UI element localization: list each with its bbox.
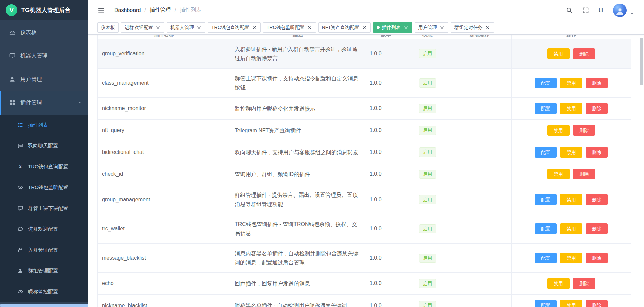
plugin-version-cell: 1.0.0 [365,214,407,244]
disable-button[interactable]: 禁用 [560,147,582,158]
tab-user-management[interactable]: 用户管理 [415,22,448,33]
delete-button[interactable]: 删除 [586,194,608,205]
plugin-desc-cell: 双向聊天插件，支持用户与客服群组之间的消息转发 [230,141,365,163]
configure-button[interactable]: 配置 [535,147,557,158]
sidebar-item-plugin-management[interactable]: 插件管理 [0,91,88,115]
plugin-order-cell [448,273,512,295]
disable-button[interactable]: 禁用 [560,103,582,114]
plugin-actions-cell: 禁用删除 [512,39,631,69]
plugin-actions-cell: 配置禁用删除 [512,69,631,98]
plugin-desc-cell: TRC钱包查询插件 - 查询TRON钱包余额、授权、交易信息 [230,214,365,244]
close-icon[interactable] [362,25,367,30]
disable-button[interactable]: 禁用 [560,253,582,263]
delete-button[interactable]: 删除 [586,300,608,307]
user-menu[interactable] [613,4,634,17]
app-logo[interactable]: V TG机器人管理后台 [0,0,88,20]
page-scrollbar-thumb[interactable] [640,38,643,85]
delete-button[interactable]: 删除 [586,103,608,114]
tab-label: TRC钱包查询配置 [211,25,249,31]
tab-trc-wallet-monitor-config[interactable]: TRC钱包监听配置 [263,22,316,33]
column-header-version: 版本 [365,35,407,39]
configure-button[interactable]: 配置 [535,194,557,205]
tab-nft-query-config[interactable]: NFT资产查询配置 [318,22,371,33]
disable-button[interactable]: 禁用 [560,223,582,234]
disable-button[interactable]: 禁用 [547,278,570,289]
delete-button[interactable]: 删除 [586,147,608,158]
disable-button[interactable]: 禁用 [560,300,582,307]
sidebar-subitem-plugin-list[interactable]: 插件列表 [0,115,88,135]
sidebar-subitem-verification-config[interactable]: 入群验证配置 [0,239,88,260]
close-icon[interactable] [403,25,409,30]
yen-icon: ¥ [17,164,23,170]
sidebar-item-label: 用户管理 [20,76,42,83]
font-size-icon[interactable]: tT [598,7,604,14]
hamburger-icon[interactable] [97,6,105,14]
delete-button[interactable]: 删除 [573,48,595,59]
delete-button[interactable]: 删除 [586,253,608,263]
table-row-trc_wallet: trc_walletTRC钱包查询插件 - 查询TRON钱包余额、授权、交易信息… [98,214,631,244]
sidebar-subitem-trc-wallet-query-config[interactable]: ¥TRC钱包查询配置 [0,156,88,177]
delete-button[interactable]: 删除 [573,278,595,289]
plugin-actions-cell: 禁用删除 [512,163,631,185]
tab-plugin-list[interactable]: 插件列表 [373,22,412,33]
disable-button[interactable]: 禁用 [560,194,582,205]
close-icon[interactable] [439,25,445,30]
sidebar-item-user-management[interactable]: 用户管理 [0,68,88,91]
sidebar-subitem-welcome-config[interactable]: 进群欢迎配置 [0,219,88,239]
sidebar-item-dashboard[interactable]: 仪表板 [0,20,88,44]
configure-button[interactable]: 配置 [535,223,557,234]
sidebar-scrollbar-thumb[interactable] [0,304,88,307]
plugin-actions-cell: 配置禁用删除 [512,295,631,307]
disable-button[interactable]: 禁用 [547,169,570,179]
plugin-order-cell [448,98,512,120]
app-title: TG机器人管理后台 [21,6,71,14]
delete-button[interactable]: 删除 [573,125,595,136]
disable-button[interactable]: 禁用 [547,125,570,136]
disable-button[interactable]: 禁用 [547,48,570,59]
table-row-group_verification: group_verification入群验证插件 - 新用户入群自动禁言并验证，… [98,39,631,69]
table-row-echo: echo回声插件，回复用户发送的消息1.0.0启用禁用删除 [98,273,631,295]
sidebar-subitem-trc-wallet-monitor-config[interactable]: TRC钱包监听配置 [0,177,88,198]
logo-icon: V [6,4,17,16]
tab-group-cron[interactable]: 群组定时任务 [451,22,494,33]
sidebar-subitem-class-management-config[interactable]: 群管上课下课配置 [0,198,88,219]
lock-icon [17,247,23,253]
search-icon[interactable] [566,7,573,14]
table-row-message_blacklist: message_blacklist消息内容黑名单插件，自动检测并删除包含违禁关键… [98,244,631,273]
tab-welcome-config[interactable]: 进群欢迎配置 [121,22,164,33]
sidebar-subitem-group-management-config[interactable]: 群组管理配置 [0,260,88,281]
tab-trc-wallet-query-config[interactable]: TRC钱包查询配置 [208,22,261,33]
status-badge: 启用 [419,279,436,289]
close-icon[interactable] [307,25,312,30]
sidebar-item-robot-management[interactable]: 机器人管理 [0,44,88,68]
tab-robot-management[interactable]: 机器人管理 [167,22,205,33]
tab-dashboard[interactable]: 仪表板 [97,22,119,33]
breadcrumb: Dashboard/插件管理/插件列表 [114,7,201,14]
delete-button[interactable]: 删除 [586,223,608,234]
plugin-grid-icon [9,99,16,106]
disable-button[interactable]: 禁用 [560,78,582,88]
delete-button[interactable]: 删除 [573,169,595,179]
status-badge: 启用 [419,104,436,113]
close-icon[interactable] [252,25,257,30]
avatar[interactable] [613,4,627,17]
configure-button[interactable]: 配置 [535,300,557,307]
close-icon[interactable] [196,25,202,30]
configure-button[interactable]: 配置 [535,78,557,88]
plugin-name-cell: nickname_monitor [98,98,230,120]
fullscreen-icon[interactable] [582,7,589,14]
close-icon[interactable] [155,25,161,30]
configure-button[interactable]: 配置 [535,103,557,114]
tab-label: TRC钱包监听配置 [267,25,305,31]
plugin-status-cell: 启用 [407,273,448,295]
sidebar-subitem-bidirectional-chat-config[interactable]: 双向聊天配置 [0,135,88,156]
chevron-down-icon[interactable] [630,12,634,15]
breadcrumb-item[interactable]: 插件管理 [150,7,171,14]
delete-button[interactable]: 删除 [586,78,608,88]
plugin-version-cell: 1.0.0 [365,120,407,141]
breadcrumb-item[interactable]: Dashboard [114,7,141,13]
configure-button[interactable]: 配置 [535,253,557,263]
close-icon[interactable] [485,25,490,30]
eye-icon [17,289,23,295]
sidebar-subitem-nickname-monitor-config[interactable]: 昵称监控配置 [0,281,88,302]
